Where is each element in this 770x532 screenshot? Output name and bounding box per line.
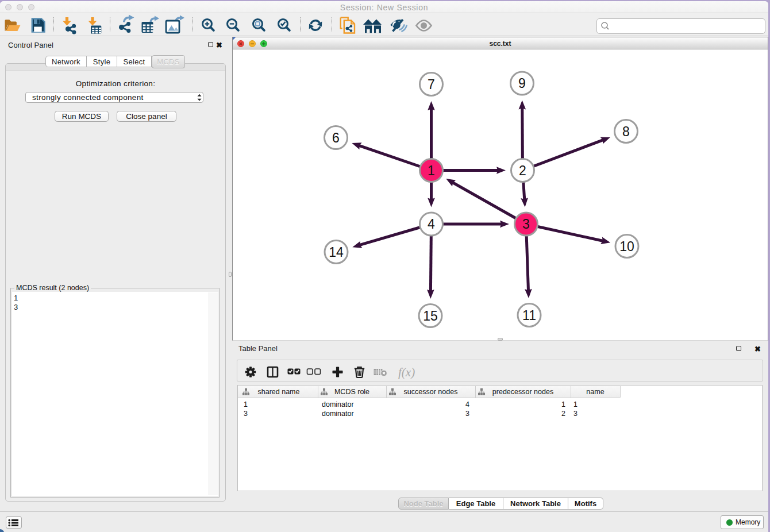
svg-text:2: 2 — [519, 163, 526, 178]
svg-text:3: 3 — [522, 217, 530, 232]
svg-text:8: 8 — [622, 124, 630, 139]
svg-text:1: 1 — [428, 163, 435, 178]
svg-text:10: 10 — [619, 239, 634, 254]
svg-text:15: 15 — [423, 309, 438, 323]
svg-text:9: 9 — [518, 76, 526, 91]
svg-text:14: 14 — [329, 245, 344, 260]
svg-text:7: 7 — [428, 77, 435, 92]
svg-text:f(x): f(x) — [398, 365, 415, 379]
svg-text:4: 4 — [428, 217, 435, 232]
svg-text:11: 11 — [522, 308, 536, 323]
svg-text:6: 6 — [332, 130, 340, 145]
